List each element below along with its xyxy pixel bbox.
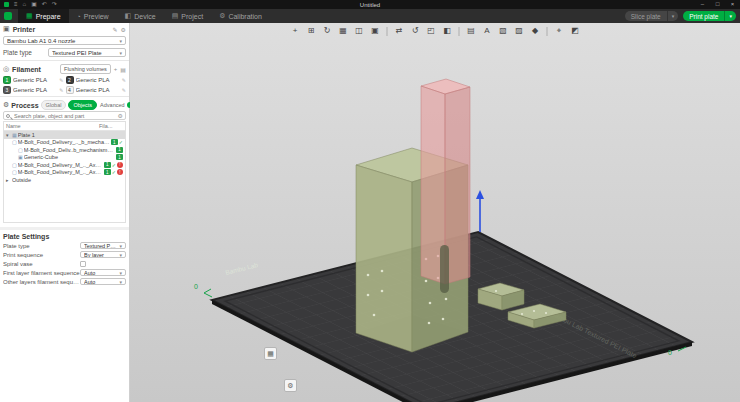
tab-project[interactable]: ▤ Project bbox=[164, 9, 211, 23]
close-button[interactable]: × bbox=[725, 0, 740, 9]
seam-paint-icon[interactable]: ◆ bbox=[529, 25, 542, 37]
print-dropdown-icon[interactable]: ▾ bbox=[724, 11, 736, 21]
maximize-button[interactable]: □ bbox=[710, 0, 725, 9]
tree-row-part-1[interactable]: ▢ M-Bolt_Food_Deliv..b_mechanism_lower.s… bbox=[4, 146, 125, 154]
support-paint-icon[interactable]: ▨ bbox=[513, 25, 526, 37]
slice-plate-button[interactable]: Slice plate ▾ bbox=[625, 11, 679, 21]
check-icon: ✓ bbox=[119, 139, 123, 145]
object-tree: Name Fila... ▾ ▦ Plate 1 ▢ M-Bolt_Food_D… bbox=[3, 121, 126, 223]
move-icon[interactable]: ⇄ bbox=[393, 25, 406, 37]
print-plate-button[interactable]: Print plate ▾ bbox=[683, 11, 736, 21]
filament-section-header: ◎ Filament Flushing volumes + ▤ bbox=[0, 63, 129, 75]
flushing-volumes-button[interactable]: Flushing volumes bbox=[60, 64, 111, 74]
axis-origin-label-2: 0 bbox=[668, 349, 672, 356]
chevron-down-icon: ▾ bbox=[119, 270, 122, 276]
tree-row-label: M-Bolt_Food_Deliv..b_mechanism_lower.stl bbox=[24, 147, 115, 153]
edit-filament-icon[interactable]: ✎ bbox=[122, 77, 126, 83]
process-global-toggle[interactable]: Global bbox=[41, 100, 67, 110]
tree-row-plate-1[interactable]: ▾ ▦ Plate 1 bbox=[4, 131, 125, 139]
rotate-icon[interactable]: ↺ bbox=[409, 25, 422, 37]
chevron-down-icon: ▾ bbox=[119, 243, 122, 249]
slice-dropdown-icon[interactable]: ▾ bbox=[667, 11, 679, 21]
tree-row-label: M-Bolt_Food_Delivery_.._b_mechanism_lowe… bbox=[18, 139, 110, 145]
tree-row-label: M-Bolt_Food_Delivery_M_.._Axe_Connector_… bbox=[18, 169, 103, 175]
filament-4[interactable]: 4 Generic PLA ✎ bbox=[66, 85, 127, 94]
spiral-vase-checkbox[interactable] bbox=[80, 261, 86, 267]
edit-preset-icon[interactable]: ✎ bbox=[113, 26, 118, 33]
ps-other-layers-seq-value: Auto bbox=[84, 279, 117, 285]
object-search: ⚙ bbox=[3, 111, 126, 120]
printer-section-header: ▣ Printer ✎ ⚙ bbox=[0, 23, 129, 35]
filament-list-icon[interactable]: ▤ bbox=[120, 66, 126, 73]
tab-device[interactable]: ◧ Device bbox=[117, 9, 164, 23]
add-text-icon[interactable]: A bbox=[481, 25, 494, 37]
add-icon[interactable]: + bbox=[289, 25, 302, 37]
plate-type-select[interactable]: Textured PEI Plate ▾ bbox=[48, 48, 126, 57]
tree-row-label: Generic-Cube bbox=[24, 154, 115, 160]
object-icon: ▢ bbox=[12, 169, 17, 175]
tab-prepare[interactable]: ▦ Prepare bbox=[18, 9, 69, 23]
plate-arrange-button[interactable]: ▦ bbox=[264, 347, 277, 360]
edit-filament-icon[interactable]: ✎ bbox=[122, 87, 126, 93]
color-paint-icon[interactable]: ▧ bbox=[497, 25, 510, 37]
search-input[interactable] bbox=[12, 112, 116, 120]
home-icon[interactable]: ⌂ bbox=[23, 0, 27, 9]
split-to-parts-icon[interactable]: ▣ bbox=[369, 25, 382, 37]
main-tabbar: ▦ Prepare ◔ Preview ◧ Device ▤ Project ⚙… bbox=[0, 9, 740, 23]
filament-badge: 1 bbox=[104, 169, 111, 175]
add-filament-icon[interactable]: + bbox=[114, 66, 118, 72]
plate-settings-title: Plate Settings bbox=[3, 231, 126, 241]
plate-settings-button[interactable]: ⚙ bbox=[284, 379, 297, 392]
tab-calibration[interactable]: ⚙ Calibration bbox=[211, 9, 270, 23]
filament-3-swatch: 3 bbox=[3, 86, 11, 94]
save-icon[interactable]: ▣ bbox=[31, 0, 37, 9]
ps-other-layers-seq-select[interactable]: Auto ▾ bbox=[80, 278, 126, 285]
object-icon: ▢ bbox=[12, 162, 17, 168]
process-objects-toggle[interactable]: Objects bbox=[68, 100, 97, 110]
edit-filament-icon[interactable]: ✎ bbox=[59, 87, 63, 93]
plate-type-label: Plate type bbox=[3, 49, 32, 56]
auto-orient-icon[interactable]: ↻ bbox=[321, 25, 334, 37]
bambu-studio-window: ≡ ⌂ ▣ ↶ ↷ Untitled – □ × ▦ Prepare ◔ Pre… bbox=[0, 0, 740, 402]
tree-row-label: Outside bbox=[12, 177, 123, 183]
z-axis-arrow bbox=[476, 190, 484, 232]
printer-icon: ▣ bbox=[3, 25, 10, 33]
toolbar-separator bbox=[459, 27, 460, 36]
printer-preset-select[interactable]: Bambu Lab A1 0.4 nozzle ▾ bbox=[3, 36, 126, 45]
undo-icon[interactable]: ↶ bbox=[42, 0, 47, 9]
menu-icon[interactable]: ≡ bbox=[14, 0, 18, 9]
ps-other-layers-seq-label: Other layers filament sequence bbox=[3, 279, 80, 285]
filter-icon[interactable]: ⚙ bbox=[118, 112, 123, 119]
assembly-view-icon[interactable]: ◩ bbox=[569, 25, 582, 37]
chevron-down-icon: ▾ bbox=[119, 50, 122, 56]
split-to-objects-icon[interactable]: ◫ bbox=[353, 25, 366, 37]
search-icon bbox=[6, 114, 10, 118]
tree-row-object-1[interactable]: ▢ M-Bolt_Food_Delivery_.._b_mechanism_lo… bbox=[4, 139, 125, 147]
viewport-3d[interactable]: + ⊞ ↻ ▦ ◫ ▣ ⇄ ↺ ◰ ◧ ▤ A ▧ ▨ ◆ ⌖ ◩ bbox=[130, 23, 740, 402]
layer-height-icon[interactable]: ▤ bbox=[465, 25, 478, 37]
measure-icon[interactable]: ⌖ bbox=[553, 25, 566, 37]
scale-icon[interactable]: ◰ bbox=[425, 25, 438, 37]
printer-settings-icon[interactable]: ⚙ bbox=[121, 26, 126, 33]
add-plate-icon[interactable]: ⊞ bbox=[305, 25, 318, 37]
filament-4-name: Generic PLA bbox=[76, 87, 120, 93]
filament-2[interactable]: 2 Generic PLA ✎ bbox=[66, 75, 127, 84]
tree-row-connector-l[interactable]: ▢ M-Bolt_Food_Delivery_M_.._Axe_Connecto… bbox=[4, 161, 125, 169]
tree-row-generic-cube[interactable]: ▣ Generic-Cube 1 bbox=[4, 154, 125, 162]
mirror-icon[interactable]: ◧ bbox=[441, 25, 454, 37]
arrange-icon[interactable]: ▦ bbox=[337, 25, 350, 37]
chevron-down-icon: ▾ bbox=[119, 252, 122, 258]
ps-plate-type-select[interactable]: Textured PEI... ▾ bbox=[80, 242, 126, 249]
edit-filament-icon[interactable]: ✎ bbox=[59, 77, 63, 83]
filament-badge: 1 bbox=[116, 154, 123, 160]
minimize-button[interactable]: – bbox=[695, 0, 710, 9]
tree-row-outside[interactable]: ▸ Outside bbox=[4, 176, 125, 184]
tree-row-connector-r[interactable]: ▢ M-Bolt_Food_Delivery_M_.._Axe_Connecto… bbox=[4, 169, 125, 177]
filament-1[interactable]: 1 Generic PLA ✎ bbox=[3, 75, 64, 84]
filament-3[interactable]: 3 Generic PLA ✎ bbox=[3, 85, 64, 94]
redo-icon[interactable]: ↷ bbox=[52, 0, 57, 9]
tab-preview[interactable]: ◔ Preview bbox=[69, 9, 117, 23]
ps-print-sequence-select[interactable]: By layer ▾ bbox=[80, 251, 126, 258]
ps-first-layer-seq-select[interactable]: Auto ▾ bbox=[80, 269, 126, 276]
filament-badge: 1 bbox=[111, 139, 118, 145]
